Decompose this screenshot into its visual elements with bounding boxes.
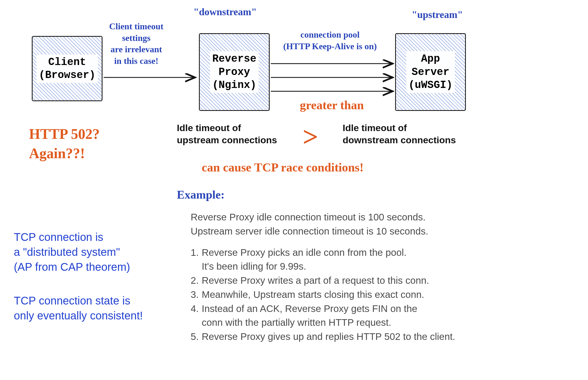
text-race-conditions: can cause TCP race conditions!	[202, 160, 364, 175]
greater-than-symbol: >	[303, 123, 318, 151]
example-intro: Reverse Proxy idle connection timeout is…	[191, 210, 481, 238]
box-proxy: Reverse Proxy (Nginx)	[199, 33, 270, 111]
note-client-timeout: Client timeout settings are irrelevant i…	[109, 21, 163, 67]
text-http-502: HTTP 502? Again??!	[29, 124, 100, 163]
step-number: 3.	[191, 288, 202, 302]
text-tcp-state: TCP connection state is only eventually …	[14, 293, 143, 323]
example-step-5: 5. Reverse Proxy gives up and replies HT…	[191, 330, 481, 344]
label-upstream: "upstream"	[412, 8, 463, 21]
example-step-2: 2. Reverse Proxy writes a part of a requ…	[191, 274, 481, 288]
arrow-client-to-proxy	[102, 72, 198, 83]
step-text: Reverse Proxy gives up and replies HTTP …	[202, 330, 455, 344]
step-number: 2.	[191, 274, 202, 288]
step-text: Reverse Proxy writes a part of a request…	[202, 274, 429, 288]
arrows-proxy-to-app	[269, 58, 395, 100]
text-idle-timeout-upstream: Idle timeout of upstream connections	[177, 122, 277, 146]
example-step-4: 4. Instead of an ACK, Reverse Proxy gets…	[191, 302, 481, 330]
example-body: Reverse Proxy idle connection timeout is…	[191, 210, 481, 344]
step-text: Meanwhile, Upstream starts closing this …	[202, 288, 424, 302]
box-app-server-label: App Server (uWSGI)	[406, 51, 455, 93]
box-client: Client (Browser)	[32, 36, 103, 101]
example-heading: Example:	[177, 188, 225, 201]
step-text: Reverse Proxy picks an idle conn from th…	[202, 246, 406, 274]
step-number: 1.	[191, 246, 202, 274]
step-number: 5.	[191, 330, 202, 344]
text-idle-timeout-downstream: Idle timeout of downstream connections	[343, 122, 456, 146]
example-step-1: 1. Reverse Proxy picks an idle conn from…	[191, 246, 481, 274]
box-client-label: Client (Browser)	[36, 54, 98, 83]
box-proxy-label: Reverse Proxy (Nginx)	[210, 51, 259, 93]
note-connection-pool: connection pool (HTTP Keep-Alive is on)	[283, 29, 377, 52]
example-step-3: 3. Meanwhile, Upstream starts closing th…	[191, 288, 481, 302]
diagram-canvas: "downstream" "upstream" Client (Browser)…	[0, 0, 588, 380]
label-downstream: "downstream"	[193, 6, 257, 19]
text-tcp-distributed: TCP connection is a "distributed system"…	[14, 230, 130, 274]
label-greater-than: greater than	[300, 98, 364, 112]
step-number: 4.	[191, 302, 202, 330]
step-text: Instead of an ACK, Reverse Proxy gets FI…	[202, 302, 417, 330]
box-app-server: App Server (uWSGI)	[395, 33, 466, 111]
